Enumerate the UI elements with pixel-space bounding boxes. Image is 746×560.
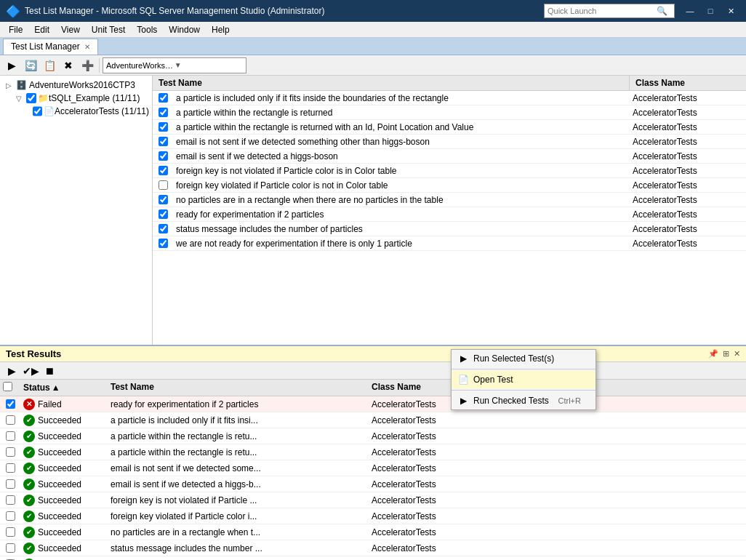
- tree-item-tsqlt[interactable]: ▽ 📁 tSQLt_Example (11/11): [0, 92, 152, 105]
- menu-edit[interactable]: Edit: [28, 22, 55, 38]
- test-row-checkbox[interactable]: [159, 180, 168, 190]
- test-row-class: AcceleratorTests: [630, 179, 746, 192]
- test-results-pin-button[interactable]: 📌: [708, 349, 718, 359]
- test-row-checkbox[interactable]: [159, 151, 168, 161]
- test-row[interactable]: email is sent if we detected a higgs-bos…: [153, 149, 746, 164]
- toolbar-add-button[interactable]: ➕: [79, 57, 96, 74]
- results-run-button[interactable]: ▶: [3, 362, 20, 380]
- result-error: [485, 547, 746, 550]
- tree-item-db[interactable]: ▷ 🗄️ AdventureWorks2016CTP3: [0, 79, 152, 92]
- test-row-name: a particle within the rectangle is retur…: [173, 106, 630, 119]
- tsqlt-checkbox[interactable]: [26, 93, 36, 103]
- result-classname: AcceleratorTests: [369, 478, 485, 491]
- results-runchecked-button[interactable]: ✔▶: [22, 362, 39, 380]
- ctx-separator-2: [452, 390, 595, 391]
- toolbar-refresh-button[interactable]: 🔄: [22, 57, 39, 74]
- toolbar-run-button[interactable]: ▶: [3, 57, 20, 74]
- results-header-testname: Test Name: [108, 380, 369, 396]
- test-row[interactable]: status message includes the number of pa…: [153, 222, 746, 236]
- test-row[interactable]: foreign key violated if Particle color i…: [153, 178, 746, 193]
- minimize-button[interactable]: —: [681, 4, 699, 18]
- result-classname: AcceleratorTests: [369, 462, 485, 475]
- database-dropdown[interactable]: AdventureWorks2016CTP3.DBMS... ▼: [103, 57, 246, 73]
- test-row-class: AcceleratorTests: [630, 237, 746, 250]
- result-row-checkbox[interactable]: [6, 479, 15, 489]
- accelerator-checkbox[interactable]: [33, 106, 42, 116]
- title-text: Test List Manager - Microsoft SQL Server…: [25, 6, 324, 16]
- test-row-checkbox[interactable]: [159, 137, 168, 146]
- test-row[interactable]: foreign key is not violated if Particle …: [153, 164, 746, 178]
- result-row-checkbox[interactable]: [6, 431, 15, 441]
- test-row[interactable]: ready for experimentation if 2 particles…: [153, 207, 746, 222]
- result-row-checkbox[interactable]: [6, 415, 15, 425]
- test-row[interactable]: we are not ready for experimentation if …: [153, 236, 746, 251]
- test-row-class: AcceleratorTests: [630, 164, 746, 177]
- test-row[interactable]: a particle within the rectangle is retur…: [153, 120, 746, 135]
- ctx-run-checked[interactable]: ▶ Run Checked Tests Ctrl+R: [452, 392, 595, 409]
- toolbar-newlist-button[interactable]: 📋: [41, 57, 58, 74]
- result-error: [485, 483, 746, 486]
- result-row[interactable]: ✔Succeeded a particle within the rectang…: [0, 444, 746, 460]
- test-row-checkbox[interactable]: [159, 122, 168, 132]
- result-row-checkbox[interactable]: [6, 543, 15, 553]
- result-row-checkbox[interactable]: [6, 463, 15, 473]
- result-row[interactable]: ✔Succeeded status message includes the n…: [0, 540, 746, 556]
- test-row[interactable]: no particles are in a rectangle when the…: [153, 193, 746, 207]
- menu-file[interactable]: File: [3, 22, 28, 38]
- test-row-checkbox[interactable]: [159, 209, 168, 219]
- test-results-float-button[interactable]: ⊞: [723, 349, 729, 359]
- test-row-checkbox[interactable]: [159, 93, 168, 103]
- result-row[interactable]: ✔Succeeded email is not sent if we detec…: [0, 460, 746, 476]
- test-row-checkbox[interactable]: [159, 195, 168, 204]
- result-row[interactable]: ✔Succeeded we are not ready for experime…: [0, 556, 746, 560]
- result-row-checkbox[interactable]: [6, 495, 15, 505]
- close-button[interactable]: ✕: [721, 4, 740, 18]
- menu-tools[interactable]: Tools: [131, 22, 163, 38]
- result-row-checkbox[interactable]: [6, 399, 15, 409]
- tab-close-button[interactable]: ✕: [84, 43, 90, 51]
- menu-window[interactable]: Window: [163, 22, 206, 38]
- result-status: ✔Succeeded: [20, 477, 108, 492]
- ctx-run-selected[interactable]: ▶ Run Selected Test(s): [452, 350, 595, 367]
- result-row[interactable]: ✔Succeeded no particles are in a rectang…: [0, 524, 746, 540]
- results-stop-button[interactable]: ⏹: [41, 362, 58, 380]
- result-row-checkbox[interactable]: [6, 447, 15, 457]
- result-row[interactable]: ✕Failed ready for experimentation if 2 p…: [0, 396, 746, 412]
- result-status: ✕Failed: [20, 397, 108, 412]
- test-row[interactable]: a particle is included only if it fits i…: [153, 91, 746, 105]
- result-testname: a particle within the rectangle is retu.…: [108, 430, 369, 443]
- test-row-checkbox[interactable]: [159, 166, 168, 175]
- tab-label: Test List Manager: [11, 41, 80, 52]
- result-row[interactable]: ✔Succeeded foreign key violated if Parti…: [0, 508, 746, 524]
- test-row-checkbox[interactable]: [159, 239, 168, 248]
- test-row[interactable]: a particle within the rectangle is retur…: [153, 105, 746, 120]
- results-header-status[interactable]: Status ▲: [20, 380, 108, 396]
- test-row-name: status message includes the number of pa…: [173, 223, 630, 236]
- result-row[interactable]: ✔Succeeded email is sent if we detected …: [0, 476, 746, 492]
- ctx-open-test[interactable]: 📄 Open Test: [452, 371, 595, 388]
- result-testname: no particles are in a rectangle when t..…: [108, 526, 369, 539]
- test-results-title: Test Results: [6, 348, 61, 359]
- toolbar-delete-button[interactable]: ✖: [60, 57, 77, 74]
- test-row-checkbox[interactable]: [159, 108, 168, 117]
- pass-icon: ✔: [23, 543, 35, 554]
- quick-launch-input[interactable]: [548, 7, 657, 15]
- test-row-checkbox[interactable]: [159, 224, 168, 233]
- result-row-checkbox[interactable]: [6, 527, 15, 537]
- maximize-button[interactable]: □: [701, 4, 720, 18]
- menu-help[interactable]: Help: [206, 22, 236, 38]
- result-row[interactable]: ✔Succeeded a particle is included only i…: [0, 412, 746, 428]
- test-list-manager-tab[interactable]: Test List Manager ✕: [3, 39, 98, 55]
- test-row[interactable]: email is not sent if we detected somethi…: [153, 135, 746, 149]
- menu-unit-test[interactable]: Unit Test: [86, 22, 131, 38]
- test-results-close-button[interactable]: ✕: [734, 349, 740, 359]
- results-table-header: Status ▲ Test Name Class Name Error Mess…: [0, 380, 746, 396]
- results-select-all[interactable]: [3, 382, 12, 391]
- result-row[interactable]: ✔Succeeded a particle within the rectang…: [0, 428, 746, 444]
- result-row[interactable]: ✔Succeeded foreign key is not violated i…: [0, 492, 746, 508]
- result-row-checkbox[interactable]: [6, 511, 15, 521]
- result-testname: status message includes the number ...: [108, 542, 369, 555]
- tree-item-accelerator[interactable]: 📄 AcceleratorTests (11/11): [0, 105, 152, 118]
- title-bar: 🔷 Test List Manager - Microsoft SQL Serv…: [0, 0, 746, 22]
- menu-view[interactable]: View: [55, 22, 86, 38]
